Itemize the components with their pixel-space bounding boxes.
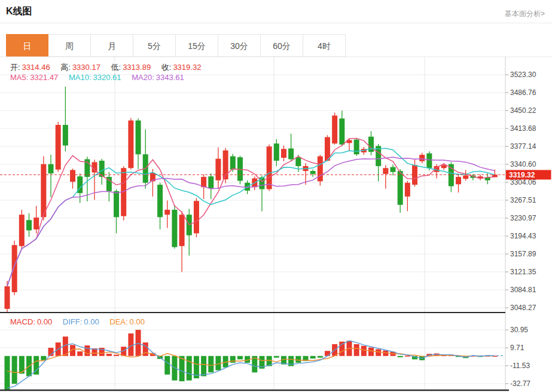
y-axis-label: 3486.76 — [510, 88, 536, 97]
candle[interactable] — [33, 206, 39, 233]
chart-canvas[interactable]: 3523.303486.763450.223413.683377.143340.… — [0, 0, 552, 392]
candle[interactable] — [136, 118, 141, 169]
main-grid: 3523.303486.763450.223413.683377.143340.… — [0, 57, 536, 391]
y-axis-label: 3267.51 — [510, 196, 536, 204]
candle[interactable] — [332, 112, 337, 144]
candle[interactable] — [376, 144, 381, 181]
macd-bar[interactable] — [114, 355, 119, 356]
candle[interactable] — [288, 134, 294, 161]
candle[interactable] — [419, 153, 425, 163]
candle[interactable] — [12, 241, 17, 295]
chart-frame — [0, 57, 552, 391]
macd-bar[interactable] — [295, 356, 301, 363]
y-axis-label: 3413.68 — [510, 124, 536, 133]
y-axis-label: 3084.81 — [510, 286, 536, 294]
macd-bar[interactable] — [361, 346, 367, 356]
ma20-label: MA20: — [132, 73, 154, 82]
macd-bar[interactable] — [179, 356, 185, 381]
candle[interactable] — [339, 111, 344, 146]
candle[interactable] — [114, 189, 119, 234]
candle[interactable] — [391, 164, 396, 175]
macd-bar[interactable] — [405, 356, 410, 357]
macd-axis-label: 9.71 — [510, 344, 524, 352]
candle[interactable] — [478, 174, 483, 180]
macd-bar[interactable] — [325, 351, 330, 356]
macd-bar[interactable] — [106, 354, 112, 356]
candle[interactable] — [187, 209, 192, 255]
candle[interactable] — [281, 145, 286, 161]
candle[interactable] — [92, 160, 97, 200]
open-value: 3314.46 — [22, 63, 50, 72]
candle[interactable] — [164, 200, 170, 228]
candle[interactable] — [70, 169, 75, 189]
svg-text:3319.32: 3319.32 — [509, 171, 535, 179]
macd-bar[interactable] — [164, 356, 170, 375]
macd-axis-label: -32.77 — [510, 379, 530, 388]
close-label: 收: — [161, 63, 172, 72]
candle[interactable] — [485, 173, 490, 184]
macd-bar[interactable] — [354, 344, 359, 356]
candle[interactable] — [63, 87, 68, 151]
ma5-value: 3321.47 — [30, 73, 58, 82]
y-axis-label: 3048.27 — [510, 304, 536, 312]
macd-bar[interactable] — [237, 356, 243, 360]
macd-bar[interactable] — [398, 356, 403, 357]
macd-bar[interactable] — [368, 348, 374, 356]
candle[interactable] — [26, 213, 32, 237]
candle[interactable] — [128, 118, 133, 169]
y-axis-label: 3523.30 — [510, 71, 536, 79]
candle[interactable] — [194, 198, 199, 237]
candle[interactable] — [354, 138, 359, 156]
candle[interactable] — [215, 148, 221, 189]
candle[interactable] — [121, 166, 126, 220]
candle[interactable] — [405, 181, 410, 212]
open-label: 开: — [10, 63, 20, 72]
candle[interactable] — [56, 122, 61, 172]
candle[interactable] — [157, 183, 163, 229]
candle[interactable] — [19, 210, 25, 249]
macd-bar[interactable] — [310, 356, 316, 359]
candle[interactable] — [274, 139, 279, 166]
macd-pane: 30.959.71-11.53-32.77 — [0, 326, 530, 388]
candle[interactable] — [412, 159, 417, 186]
macd-bar[interactable] — [201, 356, 206, 376]
candle[interactable] — [48, 155, 54, 197]
candle[interactable] — [223, 148, 228, 183]
macd-bar[interactable] — [41, 356, 46, 360]
candle[interactable] — [383, 165, 388, 188]
candle[interactable] — [143, 129, 148, 188]
macd-bar[interactable] — [187, 356, 192, 381]
dea-label: DEA: — [109, 317, 127, 326]
macd-bar[interactable] — [208, 356, 214, 373]
y-axis-label: 3377.14 — [510, 142, 536, 151]
macd-bar[interactable] — [84, 345, 90, 356]
macd-bar[interactable] — [77, 351, 83, 356]
candle[interactable] — [368, 131, 374, 155]
y-axis-label: 3121.35 — [510, 268, 536, 276]
candle[interactable] — [179, 211, 185, 272]
kline-svg: 3523.303486.763450.223413.683377.143340.… — [0, 0, 552, 392]
candle[interactable] — [456, 175, 461, 193]
candle[interactable] — [172, 205, 177, 249]
macd-value: 0.00 — [37, 317, 52, 326]
candle[interactable] — [318, 155, 323, 186]
ma10-label: MA10: — [69, 73, 92, 82]
candle[interactable] — [463, 170, 468, 181]
macd-axis-label: -11.53 — [510, 362, 530, 370]
candle[interactable] — [310, 170, 316, 177]
high-value: 3330.17 — [72, 63, 100, 72]
macd-bar[interactable] — [128, 333, 133, 356]
macd-bar[interactable] — [274, 356, 279, 358]
candle[interactable] — [208, 173, 214, 199]
high-label: 高: — [60, 63, 71, 72]
macd-bar[interactable] — [5, 356, 10, 390]
current-price-badge: 3319.32 — [506, 170, 551, 179]
macd-bar[interactable] — [318, 356, 323, 358]
macd-bar[interactable] — [376, 349, 381, 356]
low-label: 低: — [111, 63, 121, 72]
candle[interactable] — [398, 169, 403, 213]
macd-bar[interactable] — [12, 356, 17, 384]
ma5-label: MA5: — [10, 73, 28, 82]
ma-readout: MA5:3321.47 MA10:3320.61 MA20:3343.61 — [10, 73, 193, 82]
candle[interactable] — [106, 172, 112, 201]
